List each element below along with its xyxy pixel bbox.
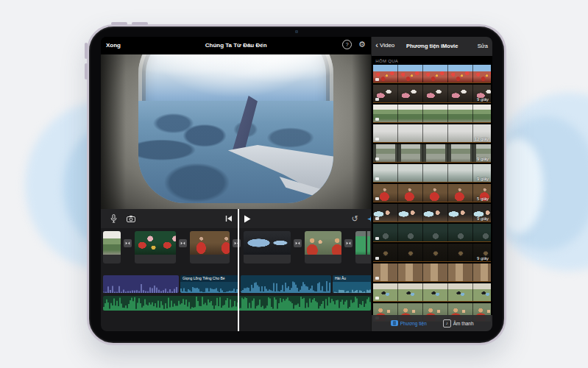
transition-icon[interactable] [124, 239, 132, 247]
media-row-mountains[interactable] [373, 105, 491, 123]
tab-audio[interactable]: ♪ Âm thanh [443, 319, 474, 328]
clip-duration: 9 giây [477, 216, 489, 221]
video-clip-icon [375, 197, 379, 200]
media-panel-header: ‹ Video Phương tiện iMovie Sửa [372, 37, 492, 56]
media-panel-tabs: Phương tiện ♪ Âm thanh [372, 315, 492, 331]
clip-thumbnail [244, 231, 291, 255]
playhead[interactable] [238, 209, 239, 331]
audio-segment[interactable] [241, 275, 331, 293]
imovie-app-screen: Xong Chúng Ta Từ Đâu Đến ? ⚙ [101, 37, 492, 331]
media-row-lanterns[interactable] [373, 65, 491, 83]
airplane-window [138, 54, 333, 203]
clip-thumbnail [103, 231, 121, 255]
top-button-2 [132, 22, 148, 25]
tab-audio-label: Âm thanh [453, 321, 474, 326]
clip-thumbnail [305, 231, 341, 255]
transition-icon[interactable] [344, 239, 353, 247]
clip-duration: 9 giây [477, 97, 489, 102]
video-clip-icon [375, 297, 379, 300]
video-clip-icon [375, 177, 379, 180]
media-row-baby[interactable]: 9 giây [373, 204, 491, 222]
waveform [241, 278, 331, 293]
video-clip-icon [375, 138, 379, 141]
media-row-buildings[interactable] [373, 263, 491, 282]
front-camera [295, 30, 298, 33]
tab-media[interactable]: Phương tiện [391, 320, 427, 326]
audio-segment[interactable] [103, 275, 179, 293]
transition-icon[interactable] [233, 239, 241, 247]
clip-audio-strip [305, 255, 341, 263]
audio-segment-label: Giọng Lồng Tiếng Cho Bé [180, 275, 239, 282]
section-label-yesterday: HÔM QUA [375, 59, 492, 63]
camera-icon[interactable] [126, 213, 136, 224]
video-clip-icon [375, 158, 379, 160]
volume-up-button [85, 43, 88, 59]
media-panel-title: Phương tiện iMovie [372, 43, 492, 49]
video-clip-icon [375, 237, 379, 240]
audio-segment-labeled[interactable]: Giọng Lồng Tiếng Cho Bé [180, 275, 239, 293]
clip-audio-strip [190, 255, 230, 263]
clip-duration: 12 giây [475, 137, 489, 141]
timeline-toolbar: ↺ [101, 209, 371, 228]
microphone-icon[interactable] [108, 213, 118, 224]
video-clip-icon [375, 277, 379, 280]
video-clip-icon [375, 78, 379, 81]
transition-icon[interactable] [294, 239, 302, 247]
media-row-courtyard[interactable]: 9 giây [373, 144, 491, 163]
clip-duration: 9 giây [477, 256, 489, 261]
clip-audio-strip [103, 255, 121, 263]
audio-segment-labeled[interactable]: Hải Âu [333, 275, 371, 293]
media-row-darkpink[interactable]: 9 giây [373, 85, 491, 103]
clip-audio-strip [135, 255, 176, 263]
edit-button[interactable]: Sửa [478, 43, 488, 49]
clip-audio-strip [244, 255, 291, 263]
clip-thumbnail [135, 231, 176, 255]
clip-duration: 9 giây [477, 157, 489, 161]
waveform [333, 282, 371, 293]
media-row-redperson[interactable]: 5 giây [373, 184, 491, 202]
clip-duration: 9 giây [477, 177, 489, 181]
project-top-bar: Xong Chúng Ta Từ Đâu Đến ? ⚙ [101, 37, 371, 54]
media-rows: 9 giây12 giây9 giây9 giây5 giây9 giây9 g… [372, 65, 492, 331]
video-clip-icon [375, 118, 379, 121]
filmstrip-icon [391, 320, 398, 326]
clip-audio-strip [355, 255, 371, 263]
audio-segment-label: Hải Âu [333, 275, 371, 282]
airplane-wing [209, 93, 333, 202]
timeline-clip-redperson[interactable] [190, 231, 230, 263]
media-row-fog[interactable]: 12 giây [373, 124, 491, 143]
timeline-clip-walkway[interactable] [355, 231, 371, 263]
video-clip-icon [375, 257, 379, 260]
skip-to-start-icon[interactable] [224, 213, 234, 224]
media-row-fogmountain[interactable]: 9 giây [373, 164, 491, 183]
wing-body [209, 93, 333, 202]
tab-media-label: Phương tiện [400, 321, 427, 326]
clip-duration: 5 giây [477, 197, 489, 201]
waveform [180, 282, 239, 293]
timeline-clip-mountains[interactable] [103, 231, 121, 263]
waveform [103, 278, 179, 293]
video-clip-icon [375, 217, 379, 220]
media-browser-panel: ‹ Video Phương tiện iMovie Sửa HÔM QUA 9… [371, 37, 492, 331]
page-background: Xong Chúng Ta Từ Đâu Đến ? ⚙ [0, 0, 588, 368]
settings-gear-icon[interactable]: ⚙ [357, 40, 366, 49]
timeline-clip-monks[interactable] [305, 231, 341, 263]
video-preview-viewer[interactable] [101, 54, 371, 209]
media-row-foodbowl[interactable]: 9 giây [373, 244, 491, 262]
timeline-clip-festive[interactable] [135, 231, 176, 263]
media-row-tealtable[interactable] [373, 224, 491, 242]
clip-thumbnail [190, 231, 230, 255]
ipad-device: Xong Chúng Ta Từ Đâu Đến ? ⚙ [87, 24, 506, 345]
transition-icon[interactable] [179, 239, 187, 247]
timeline-clip-airplane[interactable] [244, 231, 291, 263]
media-row-couple[interactable] [373, 283, 491, 302]
editor-section: Xong Chúng Ta Từ Đâu Đến ? ⚙ [101, 37, 371, 331]
play-button[interactable] [242, 213, 252, 224]
video-clip-icon [375, 98, 379, 101]
project-title: Chúng Ta Từ Đâu Đến [101, 42, 371, 49]
music-note-icon: ♪ [443, 319, 451, 328]
clip-thumbnail [355, 231, 371, 255]
volume-down-button [85, 63, 88, 79]
undo-icon[interactable]: ↺ [350, 213, 360, 224]
timeline[interactable]: ↺ Giọng Lồng Tiếng Cho BéHải Âu [101, 209, 371, 331]
